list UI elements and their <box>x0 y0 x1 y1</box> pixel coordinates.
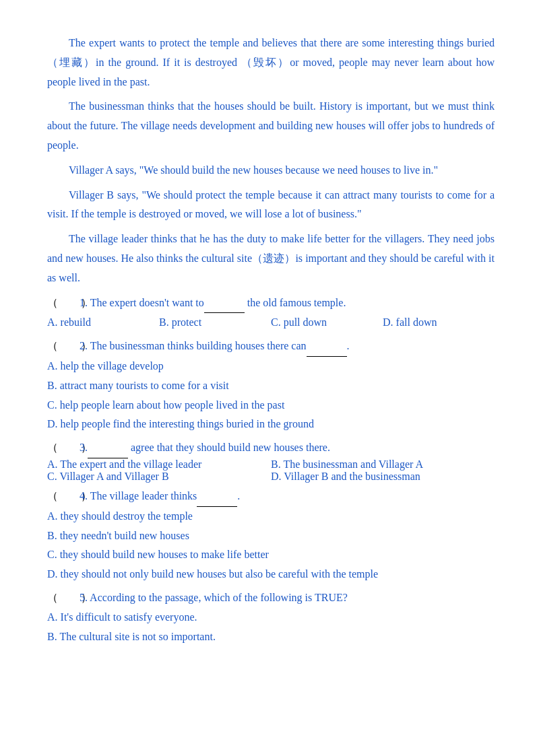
q4-text: 4. The village leader thinks . <box>80 487 495 507</box>
q3-option-a: A. The expert and the village leader <box>47 458 271 471</box>
q1-blank <box>204 294 245 314</box>
q5-text: 5. According to the passage, which of th… <box>80 588 495 608</box>
q5-rparen: ） <box>59 588 80 608</box>
q2-text: 2. The businessman thinks building house… <box>80 337 495 357</box>
q3-option-d: D. Villager B and the businessman <box>271 471 495 483</box>
question-4: （ ） 4. The village leader thinks . A. th… <box>47 487 495 584</box>
question-5: （ ） 5. According to the passage, which o… <box>47 588 495 646</box>
q5-lparen: （ <box>47 588 59 608</box>
question-2: （ ） 2. The businessman thinks building h… <box>47 337 495 434</box>
q3-rparen: ） <box>59 438 80 458</box>
paragraph-3a: Villager A says, "We should build the ne… <box>47 161 495 180</box>
q3-options-row2: C. Villager A and Villager B D. Villager… <box>47 471 495 483</box>
q2-blank <box>307 337 347 357</box>
question-1: （ ） 1. The expert doesn't want to the ol… <box>47 294 495 333</box>
q4-rparen: ） <box>59 487 80 506</box>
paragraph-1: The expert wants to protect the temple a… <box>47 34 495 92</box>
q1-text: 1. The expert doesn't want to the old fa… <box>80 294 495 314</box>
q2-option-a: A. help the village develop <box>47 357 495 376</box>
q3-options: A. The expert and the village leader B. … <box>47 458 495 471</box>
q4-lparen: （ <box>47 487 59 506</box>
q2-options: A. help the village develop B. attract m… <box>47 357 495 434</box>
q5-option-a: A. It's difficult to satisfy everyone. <box>47 608 495 627</box>
q1-lparen: （ <box>47 294 59 313</box>
question-3: （ ） 3. agree that they should build new … <box>47 438 495 483</box>
q2-option-c: C. help people learn about how people li… <box>47 396 495 415</box>
paragraph-4: The village leader thinks that he has th… <box>47 230 495 287</box>
q3-option-b: B. The businessman and Villager A <box>271 458 495 471</box>
q1-option-c: C. pull down <box>271 313 383 333</box>
q4-options: A. they should destroy the temple B. the… <box>47 507 495 584</box>
q3-text: 3. agree that they should build new hous… <box>80 438 495 458</box>
q2-rparen: ） <box>59 337 80 356</box>
q2-option-b: B. attract many tourists to come for a v… <box>47 376 495 396</box>
paragraph-2: The businessman thinks that the houses s… <box>47 97 495 155</box>
page-content: The expert wants to protect the temple a… <box>47 34 495 646</box>
q3-lparen: （ <box>47 438 59 458</box>
q5-option-b: B. The cultural site is not so important… <box>47 627 495 647</box>
q4-option-a: A. they should destroy the temple <box>47 507 495 526</box>
q2-option-d: D. help people find the interesting thin… <box>47 415 495 434</box>
q1-options: A. rebuild B. protect C. pull down D. fa… <box>47 313 495 333</box>
q2-lparen: （ <box>47 337 59 356</box>
q5-options: A. It's difficult to satisfy everyone. B… <box>47 608 495 647</box>
q1-rparen: ） <box>59 294 80 313</box>
q4-option-d: D. they should not only build new houses… <box>47 565 495 584</box>
q1-option-a: A. rebuild <box>47 313 159 333</box>
q1-option-b: B. protect <box>159 313 271 333</box>
q3-option-c: C. Villager A and Villager B <box>47 471 271 483</box>
q3-blank <box>88 438 128 458</box>
q4-option-c: C. they should build new houses to make … <box>47 545 495 565</box>
q1-option-d: D. fall down <box>383 313 495 333</box>
q4-blank <box>197 487 237 507</box>
paragraph-3b: Villager B says, "We should protect the … <box>47 186 495 225</box>
q4-option-b: B. they needn't build new houses <box>47 526 495 546</box>
